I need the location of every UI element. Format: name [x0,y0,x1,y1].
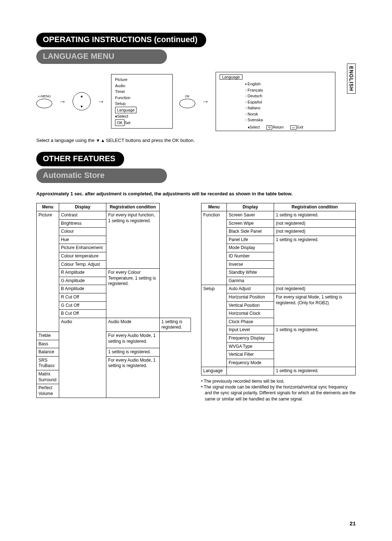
notes-list: The previously recorded items will be lo… [201,378,356,402]
arrow-icon: → [202,97,209,106]
heading-other-features: OTHER FEATURES [36,152,124,166]
menu-button-label: ▭MENU [38,94,51,98]
ok-button-icon [179,99,195,108]
heading-operating-instructions: OPERATING INSTRUCTIONS (continued) [36,33,206,47]
arrow-icon: → [59,97,66,106]
auto-store-intro: Approximately 1 sec. after adjustment is… [36,191,356,196]
registration-table-left: Menu Display Registration condition Pict… [36,203,191,398]
menu-button-icon [36,99,52,108]
language-side-tab: ENGLISH [347,64,356,94]
updown-button-icon [73,92,91,110]
heading-automatic-store: Automatic Store [36,168,167,183]
page-number: 21 [350,520,356,526]
language-menu-caption: Select a language using the SELECT butto… [36,138,356,143]
osd-menu-list: Picture Audio Timer Function Setup Langu… [111,74,173,129]
osd-language-panel: Language EnglishFrançaisDeutschEspañolIt… [216,72,335,131]
registration-table-right: Menu Display Registration condition Func… [201,203,356,375]
language-menu-diagram: ▭MENU → → Picture Audio Timer Function S… [36,72,356,131]
arrow-icon: → [97,97,105,106]
ok-button-label: OK [185,94,189,98]
heading-language-menu: LANGUAGE MENU [36,49,167,64]
